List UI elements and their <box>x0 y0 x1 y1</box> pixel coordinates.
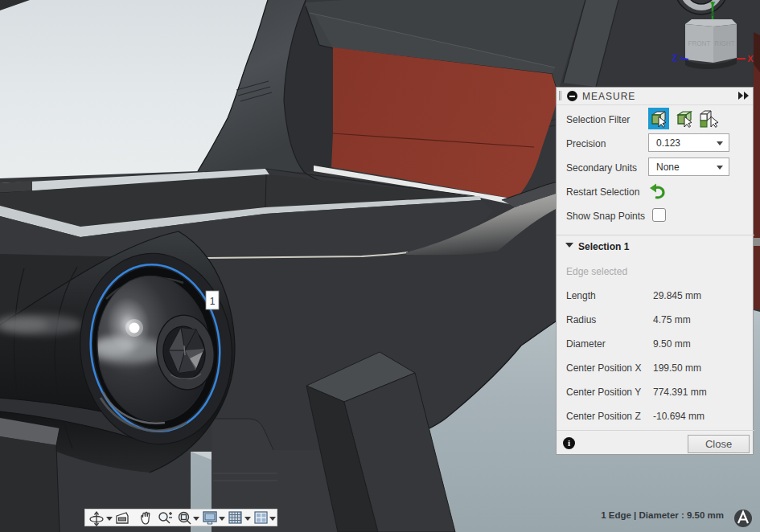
svg-text:1: 1 <box>210 296 216 307</box>
svg-text:X: X <box>747 54 754 63</box>
svg-text:RIGHT: RIGHT <box>714 39 735 48</box>
svg-text:Y: Y <box>710 1 716 10</box>
svg-text:Z: Z <box>672 53 678 63</box>
svg-text:FRONT: FRONT <box>688 39 711 48</box>
